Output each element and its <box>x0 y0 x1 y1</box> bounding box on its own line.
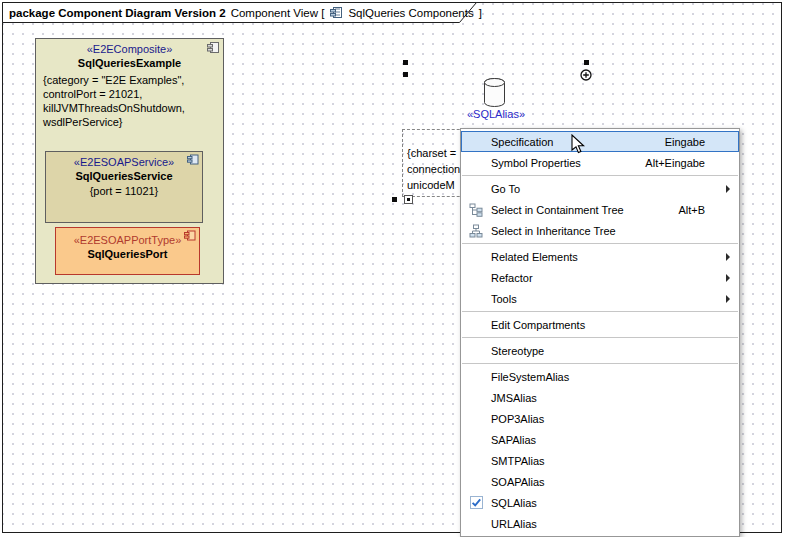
menu-item-related-elements[interactable]: Related Elements <box>461 246 739 267</box>
context-menu: SpecificationEingabeSymbol PropertiesAlt… <box>460 128 740 537</box>
composite-properties: {category = "E2E Examples", controlPort … <box>36 70 223 132</box>
selection-handle[interactable] <box>392 197 397 202</box>
submenu-arrow-icon <box>726 274 730 282</box>
plus-handle-icon[interactable] <box>580 69 592 81</box>
menu-item-sqlalias[interactable]: SQLAlias <box>461 492 739 513</box>
frame-title-close-bracket: ] <box>479 7 482 19</box>
menu-icon-placeholder <box>467 412 485 426</box>
menu-item-label: Stereotype <box>491 345 731 357</box>
menu-item-go-to[interactable]: Go To <box>461 178 739 199</box>
menu-item-select-in-containment-tree[interactable]: Select in Containment TreeAlt+B <box>461 199 739 220</box>
containment-tree-icon <box>467 203 485 217</box>
menu-icon-placeholder <box>467 475 485 489</box>
menu-icon-placeholder <box>467 292 485 306</box>
menu-item-label: Related Elements <box>491 251 731 263</box>
menu-item-tools[interactable]: Tools <box>461 288 739 309</box>
menu-icon-placeholder <box>467 318 485 332</box>
application-window: package Component Diagram Version 2 Comp… <box>0 0 786 537</box>
menu-separator <box>462 311 738 312</box>
menu-item-label: SMTPAlias <box>491 455 731 467</box>
frame-diagram-name: SqlQueries Components <box>348 7 473 19</box>
component-diagram-icon <box>329 6 343 19</box>
menu-icon-placeholder <box>467 433 485 447</box>
port-component-icon <box>184 230 196 241</box>
checkmark-icon <box>467 496 485 510</box>
menu-icon-placeholder <box>467 391 485 405</box>
menu-icon-placeholder <box>467 517 485 531</box>
port-component[interactable]: «E2ESOAPPortType» SqlQueriesPort <box>55 227 200 275</box>
menu-item-urlalias[interactable]: URLAlias <box>461 513 739 534</box>
menu-item-symbol-properties[interactable]: Symbol PropertiesAlt+Eingabe <box>461 152 739 173</box>
menu-shortcut: Alt+Eingabe <box>645 157 705 169</box>
composite-component-icon <box>206 41 220 54</box>
selection-handle[interactable] <box>403 72 408 77</box>
inheritance-tree-icon <box>467 224 485 238</box>
menu-icon-placeholder <box>467 182 485 196</box>
port-stereotype: «E2ESOAPPortType» <box>56 228 199 247</box>
menu-icon-placeholder <box>467 271 485 285</box>
menu-item-label: FileSystemAlias <box>491 371 731 383</box>
service-properties: {port = 11021} <box>46 183 202 198</box>
menu-icon-placeholder <box>467 454 485 468</box>
submenu-arrow-icon <box>726 185 730 193</box>
selection-handle[interactable] <box>584 60 589 65</box>
menu-item-label: Select in Inheritance Tree <box>491 225 731 237</box>
service-name: SqlQueriesService <box>46 169 202 183</box>
submenu-arrow-icon <box>726 295 730 303</box>
composite-stereotype: «E2EComposite» <box>36 39 223 56</box>
menu-item-label: Refactor <box>491 272 731 284</box>
menu-item-select-in-inheritance-tree[interactable]: Select in Inheritance Tree <box>461 220 739 241</box>
menu-separator <box>462 337 738 338</box>
service-stereotype: «E2ESOAPService» <box>46 152 202 169</box>
menu-icon-placeholder <box>467 370 485 384</box>
menu-item-jmsalias[interactable]: JMSAlias <box>461 387 739 408</box>
menu-item-label: URLAlias <box>491 518 731 530</box>
menu-item-label: SAPAlias <box>491 434 731 446</box>
database-cylinder-icon[interactable] <box>483 77 506 108</box>
port-name: SqlQueriesPort <box>56 247 199 261</box>
menu-icon-placeholder <box>467 156 485 170</box>
menu-item-label: Go To <box>491 183 731 195</box>
menu-item-label: POP3Alias <box>491 413 731 425</box>
menu-icon-placeholder <box>467 344 485 358</box>
menu-icon-placeholder <box>467 135 485 149</box>
service-component[interactable]: «E2ESOAPService» SqlQueriesService {port… <box>45 151 203 223</box>
menu-shortcut: Alt+B <box>678 204 705 216</box>
menu-item-edit-compartments[interactable]: Edit Compartments <box>461 314 739 335</box>
menu-separator <box>462 175 738 176</box>
diagram-frame-title: package Component Diagram Version 2 Comp… <box>9 4 482 21</box>
service-component-icon <box>187 154 199 165</box>
frame-title-view: Component View [ <box>231 7 325 19</box>
submenu-arrow-icon <box>726 253 730 261</box>
menu-item-sapalias[interactable]: SAPAlias <box>461 429 739 450</box>
composite-component[interactable]: «E2EComposite» SqlQueriesExample {catego… <box>35 38 224 284</box>
menu-separator <box>462 363 738 364</box>
composite-name: SqlQueriesExample <box>36 56 223 70</box>
menu-item-label: SQLAlias <box>491 497 731 509</box>
menu-separator <box>462 243 738 244</box>
menu-item-label: Tools <box>491 293 731 305</box>
collapse-handle-icon[interactable] <box>404 195 413 204</box>
menu-shortcut: Eingabe <box>665 136 705 148</box>
frame-title-package: package Component Diagram Version 2 <box>9 7 226 19</box>
menu-item-soapalias[interactable]: SOAPAlias <box>461 471 739 492</box>
sqlalias-label: «SQLAlias» <box>450 108 542 120</box>
menu-item-refactor[interactable]: Refactor <box>461 267 739 288</box>
menu-item-pop3alias[interactable]: POP3Alias <box>461 408 739 429</box>
menu-item-specification[interactable]: SpecificationEingabe <box>461 131 739 152</box>
menu-item-smtpalias[interactable]: SMTPAlias <box>461 450 739 471</box>
menu-item-filesystemalias[interactable]: FileSystemAlias <box>461 366 739 387</box>
menu-item-label: Edit Compartments <box>491 319 731 331</box>
menu-item-label: SOAPAlias <box>491 476 731 488</box>
mouse-cursor-icon <box>571 134 585 155</box>
menu-item-label: JMSAlias <box>491 392 731 404</box>
menu-icon-placeholder <box>467 250 485 264</box>
selection-handle[interactable] <box>403 60 408 65</box>
menu-item-stereotype[interactable]: Stereotype <box>461 340 739 361</box>
